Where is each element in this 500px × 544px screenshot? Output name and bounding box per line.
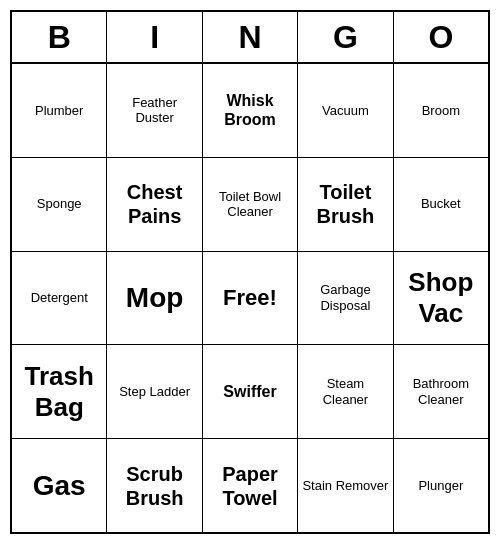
header-letter: G xyxy=(298,12,393,62)
bingo-cell: Paper Towel xyxy=(203,439,298,532)
bingo-cell: Shop Vac xyxy=(394,252,488,345)
bingo-cell: Step Ladder xyxy=(107,345,202,438)
bingo-grid: PlumberFeather DusterWhisk BroomVacuumBr… xyxy=(12,64,488,532)
bingo-cell: Sponge xyxy=(12,158,107,251)
header-letter: I xyxy=(107,12,202,62)
header-letter: O xyxy=(394,12,488,62)
bingo-cell: Feather Duster xyxy=(107,64,202,157)
bingo-cell: Broom xyxy=(394,64,488,157)
bingo-row: DetergentMopFree!Garbage DisposalShop Va… xyxy=(12,252,488,346)
header-letter: N xyxy=(203,12,298,62)
header-letter: B xyxy=(12,12,107,62)
bingo-cell: Whisk Broom xyxy=(203,64,298,157)
bingo-cell: Gas xyxy=(12,439,107,532)
bingo-cell: Swiffer xyxy=(203,345,298,438)
bingo-row: PlumberFeather DusterWhisk BroomVacuumBr… xyxy=(12,64,488,158)
bingo-header: BINGO xyxy=(12,12,488,64)
bingo-cell: Bucket xyxy=(394,158,488,251)
bingo-cell: Stain Remover xyxy=(298,439,393,532)
bingo-cell: Detergent xyxy=(12,252,107,345)
bingo-cell: Toilet Bowl Cleaner xyxy=(203,158,298,251)
bingo-cell: Vacuum xyxy=(298,64,393,157)
bingo-cell: Mop xyxy=(107,252,202,345)
bingo-cell: Chest Pains xyxy=(107,158,202,251)
bingo-cell: Bathroom Cleaner xyxy=(394,345,488,438)
bingo-cell: Plunger xyxy=(394,439,488,532)
bingo-row: SpongeChest PainsToilet Bowl CleanerToil… xyxy=(12,158,488,252)
bingo-row: Trash BagStep LadderSwifferSteam Cleaner… xyxy=(12,345,488,439)
bingo-cell: Plumber xyxy=(12,64,107,157)
bingo-cell: Garbage Disposal xyxy=(298,252,393,345)
bingo-cell: Toilet Brush xyxy=(298,158,393,251)
bingo-row: GasScrub BrushPaper TowelStain RemoverPl… xyxy=(12,439,488,532)
bingo-cell: Scrub Brush xyxy=(107,439,202,532)
bingo-cell: Trash Bag xyxy=(12,345,107,438)
bingo-cell: Free! xyxy=(203,252,298,345)
bingo-cell: Steam Cleaner xyxy=(298,345,393,438)
bingo-card: BINGO PlumberFeather DusterWhisk BroomVa… xyxy=(10,10,490,534)
